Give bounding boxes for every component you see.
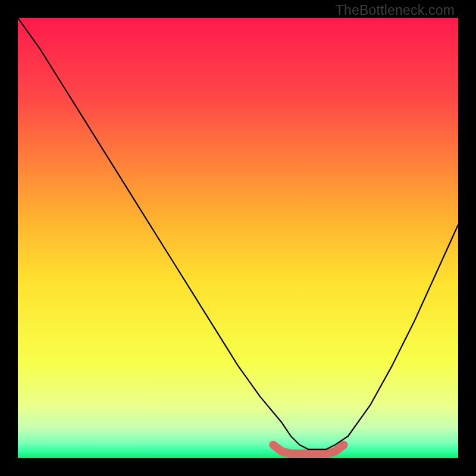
bottleneck-chart [18,18,458,458]
gradient-background [18,18,458,458]
chart-frame [18,18,458,458]
watermark-text: TheBottleneck.com [336,2,455,18]
plot-area [18,18,458,458]
